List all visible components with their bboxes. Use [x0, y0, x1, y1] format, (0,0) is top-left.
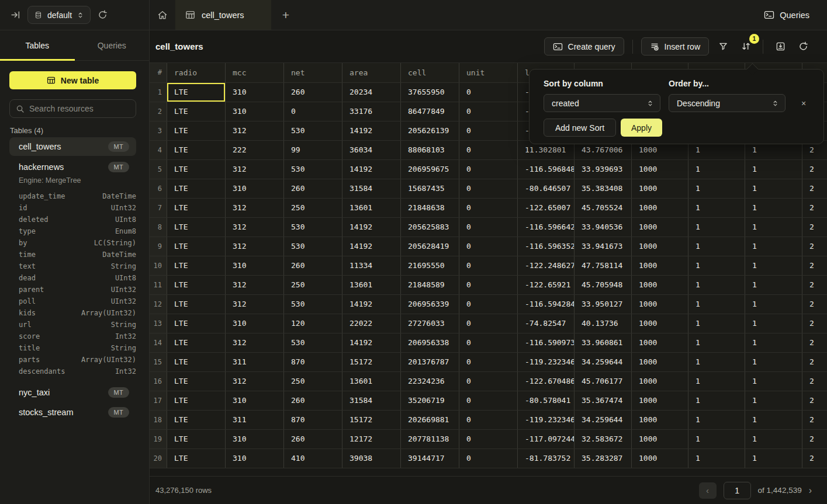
table-cell[interactable]: 0 — [459, 372, 518, 391]
table-cell[interactable]: 311 — [226, 411, 284, 429]
table-cell[interactable]: 0 — [284, 102, 342, 121]
table-cell[interactable]: 260 — [284, 391, 342, 410]
table-cell[interactable]: 1 — [688, 256, 745, 275]
table-cell[interactable]: 870 — [284, 411, 342, 429]
table-cell[interactable]: 312 — [226, 160, 284, 179]
table-cell[interactable]: -122.248627 — [518, 256, 575, 275]
table-cell[interactable]: 14192 — [342, 333, 401, 352]
next-page-button[interactable]: › — [809, 485, 812, 496]
table-cell[interactable]: LTE — [167, 372, 226, 391]
column-header[interactable]: cell — [401, 63, 459, 82]
table-cell[interactable]: 2 — [802, 353, 827, 371]
table-cell[interactable]: LTE — [167, 276, 226, 294]
table-cell[interactable]: 1000 — [632, 256, 688, 275]
table-cell[interactable]: -116.596352 — [518, 237, 575, 256]
column-header[interactable]: net — [284, 63, 342, 82]
table-cell[interactable]: 20234 — [342, 83, 401, 102]
table-cell[interactable]: 260 — [284, 83, 342, 102]
table-cell[interactable]: 310 — [226, 179, 284, 198]
row-number[interactable]: 3 — [150, 121, 167, 140]
table-cell[interactable]: 0 — [459, 237, 518, 256]
row-number[interactable]: 8 — [150, 218, 167, 237]
table-cell[interactable]: 870 — [284, 353, 342, 371]
table-cell[interactable]: 310 — [226, 314, 284, 333]
table-cell[interactable]: 1 — [745, 411, 802, 429]
table-cell[interactable]: 312 — [226, 121, 284, 140]
table-cell[interactable]: 33.941673 — [575, 237, 632, 256]
table-cell[interactable]: 13601 — [342, 199, 401, 217]
table-cell[interactable]: 35206719 — [401, 391, 459, 410]
table-cell[interactable]: 1000 — [632, 449, 688, 468]
table-cell[interactable]: 0 — [459, 430, 518, 449]
table-cell[interactable]: 312 — [226, 372, 284, 391]
table-cell[interactable]: LTE — [167, 179, 226, 198]
table-cell[interactable]: 0 — [459, 256, 518, 275]
table-cell[interactable]: 312 — [226, 276, 284, 294]
table-cell[interactable]: 14192 — [342, 121, 401, 140]
table-cell[interactable]: 312 — [226, 295, 284, 314]
table-cell[interactable]: 47.758114 — [575, 256, 632, 275]
table-cell[interactable]: LTE — [167, 256, 226, 275]
table-cell[interactable]: LTE — [167, 121, 226, 140]
table-cell[interactable]: LTE — [167, 449, 226, 468]
table-cell[interactable]: 207781138 — [401, 430, 459, 449]
table-cell[interactable]: 45.706177 — [575, 372, 632, 391]
add-new-sort-button[interactable]: Add new Sort — [544, 119, 616, 137]
row-number[interactable]: 18 — [150, 411, 167, 429]
row-number[interactable]: 10 — [150, 256, 167, 275]
sort-column-select[interactable]: created — [544, 94, 660, 112]
table-cell[interactable]: 33.950127 — [575, 295, 632, 314]
row-number[interactable]: 15 — [150, 353, 167, 371]
table-cell[interactable]: 1 — [745, 256, 802, 275]
table-cell[interactable]: 33.939693 — [575, 160, 632, 179]
sidebar-item-cell-towers[interactable]: cell_towers MT — [9, 137, 136, 156]
table-cell[interactable]: 312 — [226, 218, 284, 237]
column-header[interactable]: area — [342, 63, 401, 82]
table-cell[interactable]: 530 — [284, 218, 342, 237]
table-cell[interactable]: 260 — [284, 430, 342, 449]
table-cell[interactable]: 21848589 — [401, 276, 459, 294]
table-cell[interactable]: 1 — [745, 199, 802, 217]
table-cell[interactable]: -80.646507 — [518, 179, 575, 198]
download-button[interactable] — [771, 38, 789, 55]
row-number[interactable]: 5 — [150, 160, 167, 179]
table-cell[interactable]: 312 — [226, 333, 284, 352]
row-number[interactable]: 12 — [150, 295, 167, 314]
table-cell[interactable]: 12172 — [342, 430, 401, 449]
row-number[interactable]: 2 — [150, 102, 167, 121]
table-cell[interactable]: -122.670486 — [518, 372, 575, 391]
table-cell[interactable]: 1 — [688, 199, 745, 217]
row-number[interactable]: 4 — [150, 141, 167, 159]
column-header[interactable]: mcc — [226, 63, 284, 82]
table-cell[interactable]: 1000 — [632, 391, 688, 410]
table-cell[interactable]: 35.383408 — [575, 179, 632, 198]
table-cell[interactable]: LTE — [167, 218, 226, 237]
refresh-table-button[interactable] — [794, 38, 812, 55]
row-number-header[interactable]: # — [150, 63, 167, 82]
table-cell[interactable]: 1 — [688, 449, 745, 468]
table-cell[interactable]: 13601 — [342, 372, 401, 391]
table-cell[interactable]: 21848638 — [401, 199, 459, 217]
table-cell[interactable]: 0 — [459, 179, 518, 198]
page-number-input[interactable] — [724, 482, 751, 499]
table-cell[interactable]: 310 — [226, 102, 284, 121]
table-cell[interactable]: -80.578041 — [518, 391, 575, 410]
row-number[interactable]: 14 — [150, 333, 167, 352]
table-cell[interactable]: 0 — [459, 314, 518, 333]
table-cell[interactable]: 2 — [802, 160, 827, 179]
table-cell[interactable]: 260 — [284, 179, 342, 198]
row-number[interactable]: 16 — [150, 372, 167, 391]
sidebar-item-hackernews[interactable]: hackernews MT — [9, 158, 136, 176]
table-cell[interactable]: 22022 — [342, 314, 401, 333]
table-cell[interactable]: 37655950 — [401, 83, 459, 102]
table-cell[interactable]: 21695550 — [401, 256, 459, 275]
table-cell[interactable]: 33.940536 — [575, 218, 632, 237]
table-cell[interactable]: LTE — [167, 199, 226, 217]
table-cell[interactable]: 1000 — [632, 199, 688, 217]
table-cell[interactable]: 2 — [802, 411, 827, 429]
table-cell[interactable]: 31584 — [342, 391, 401, 410]
table-cell[interactable]: LTE — [167, 333, 226, 352]
table-cell[interactable]: 0 — [459, 121, 518, 140]
table-cell[interactable]: LTE — [167, 314, 226, 333]
table-cell[interactable]: 1000 — [632, 276, 688, 294]
